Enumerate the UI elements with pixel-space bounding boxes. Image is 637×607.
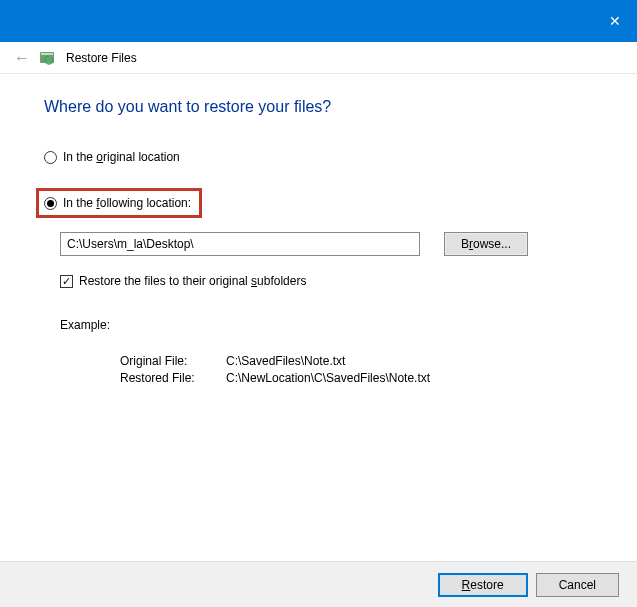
- example-label: Original File:: [120, 354, 226, 368]
- titlebar: ✕: [0, 0, 637, 42]
- back-button[interactable]: ←: [14, 49, 30, 67]
- example-value: C:\SavedFiles\Note.txt: [226, 354, 345, 368]
- radio-label: In the following location:: [63, 196, 191, 210]
- example-grid: Original File: C:\SavedFiles\Note.txt Re…: [120, 354, 593, 385]
- radio-following-location[interactable]: In the following location:: [44, 196, 191, 210]
- restore-path-input[interactable]: [60, 232, 420, 256]
- example-label: Restored File:: [120, 371, 226, 385]
- restore-subfolders-checkbox[interactable]: Restore the files to their original subf…: [60, 274, 593, 288]
- example-title: Example:: [60, 318, 593, 332]
- restore-button[interactable]: Restore: [438, 573, 528, 597]
- header-row: ← Restore Files: [0, 42, 637, 74]
- close-icon: ✕: [609, 13, 621, 29]
- example-block: Example: Original File: C:\SavedFiles\No…: [60, 318, 593, 385]
- footer: Restore Cancel: [0, 561, 637, 607]
- content-area: Where do you want to restore your files?…: [0, 74, 637, 385]
- checkbox-label: Restore the files to their original subf…: [79, 274, 306, 288]
- radio-label: In the original location: [63, 150, 180, 164]
- checkbox-icon: [60, 275, 73, 288]
- radio-original-location[interactable]: In the original location: [44, 150, 593, 164]
- browse-button[interactable]: Browse...: [444, 232, 528, 256]
- restore-files-icon: [40, 50, 56, 66]
- radio-icon: [44, 151, 57, 164]
- close-button[interactable]: ✕: [595, 6, 635, 36]
- cancel-button[interactable]: Cancel: [536, 573, 619, 597]
- example-value: C:\NewLocation\C\SavedFiles\Note.txt: [226, 371, 430, 385]
- page-title: Where do you want to restore your files?: [44, 98, 593, 116]
- highlight-annotation: In the following location:: [36, 188, 202, 218]
- example-row-restored: Restored File: C:\NewLocation\C\SavedFil…: [120, 371, 593, 385]
- svg-rect-1: [41, 53, 53, 55]
- path-row: Browse...: [60, 232, 593, 256]
- example-row-original: Original File: C:\SavedFiles\Note.txt: [120, 354, 593, 368]
- app-title: Restore Files: [66, 51, 137, 65]
- radio-icon-selected: [44, 197, 57, 210]
